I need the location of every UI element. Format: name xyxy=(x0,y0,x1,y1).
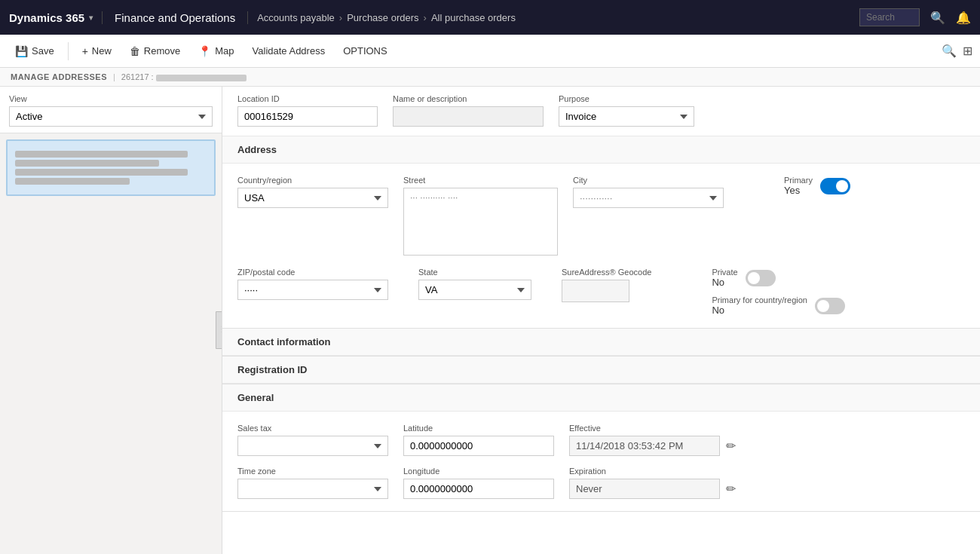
new-icon: + xyxy=(82,45,88,57)
remove-label: Remove xyxy=(144,45,180,57)
street-textarea[interactable]: ··· ·········· ···· xyxy=(403,188,558,256)
view-section: View Active All Inactive xyxy=(0,87,222,133)
primary-country-toggle-switch[interactable] xyxy=(815,298,845,314)
content-area: Location ID Name or description Purpose … xyxy=(222,87,980,554)
map-button[interactable]: 📍 Map xyxy=(191,41,241,62)
address-section: Address Country/region USA Street xyxy=(222,136,980,329)
general-section-content: Sales tax Latitude Effective ✏ xyxy=(222,412,980,511)
address-section-title: Address xyxy=(237,144,277,155)
toolbar-settings-icon[interactable]: ⊞ xyxy=(963,44,972,58)
location-id-field: Location ID xyxy=(237,94,378,127)
address-section-header[interactable]: Address xyxy=(222,136,980,164)
general-section-title: General xyxy=(237,392,274,403)
breadcrumb-sep-1: › xyxy=(339,12,342,23)
street-field: Street ··· ·········· ···· xyxy=(403,176,558,256)
nav-search-icon[interactable]: 🔍 xyxy=(930,11,945,25)
name-description-field: Name or description xyxy=(393,94,544,127)
address-line-3 xyxy=(15,169,188,176)
location-id-label: Location ID xyxy=(237,94,378,103)
options-button[interactable]: OPTIONS xyxy=(335,41,395,61)
breadcrumb-item-3[interactable]: All purchase orders xyxy=(431,12,516,23)
toolbar-search-icon[interactable]: 🔍 xyxy=(942,44,957,58)
sidebar-collapse-handle[interactable]: ⋮ xyxy=(216,311,222,349)
manage-header-sep: | xyxy=(113,72,115,81)
address-line-2 xyxy=(15,160,159,167)
new-label: New xyxy=(92,45,112,57)
general-row-1: Sales tax Latitude Effective ✏ xyxy=(237,424,965,456)
view-select[interactable]: Active All Inactive xyxy=(9,106,213,127)
general-section-header[interactable]: General xyxy=(222,384,980,412)
primary-country-toggle-value: No xyxy=(712,305,807,316)
city-input[interactable] xyxy=(573,188,724,208)
breadcrumb-item-2[interactable]: Purchase orders xyxy=(347,12,418,23)
general-row-2: Time zone Longitude Expiration ✏ xyxy=(237,467,965,499)
save-icon: 💾 xyxy=(15,45,28,57)
primary-toggle-value: Yes xyxy=(784,185,813,196)
save-label: Save xyxy=(32,45,54,57)
geocode-box xyxy=(562,280,629,302)
remove-icon: 🗑 xyxy=(130,45,140,57)
primary-toggle-switch[interactable] xyxy=(820,178,850,194)
nav-search-input[interactable] xyxy=(859,8,920,26)
address-card-text xyxy=(15,151,207,185)
effective-date-row: ✏ xyxy=(569,436,739,456)
contact-information-section: Contact information xyxy=(222,329,980,357)
country-region-select[interactable]: USA xyxy=(237,188,388,208)
state-field: State VA xyxy=(418,268,531,300)
expiration-input[interactable] xyxy=(569,479,720,499)
new-button[interactable]: + New xyxy=(75,41,119,62)
country-region-field: Country/region USA xyxy=(237,176,388,208)
effective-input[interactable] xyxy=(569,436,720,456)
private-toggle-row: Private No xyxy=(712,268,845,288)
save-button[interactable]: 💾 Save xyxy=(8,41,62,62)
map-icon: 📍 xyxy=(198,45,211,57)
brand-logo[interactable]: Dynamics 365 ▾ xyxy=(9,11,103,24)
purpose-label: Purpose xyxy=(559,94,694,103)
effective-label: Effective xyxy=(569,424,739,433)
breadcrumb-item-1[interactable]: Accounts payable xyxy=(257,12,335,23)
state-select[interactable]: VA xyxy=(418,280,531,300)
address-card-1[interactable] xyxy=(6,139,216,196)
registration-id-title: Registration ID xyxy=(237,364,307,375)
primary-toggle-group: Primary Yes xyxy=(769,176,850,196)
longitude-field: Longitude xyxy=(403,467,554,499)
expiration-edit-icon[interactable]: ✏ xyxy=(723,479,739,499)
time-zone-select[interactable] xyxy=(237,479,388,499)
longitude-input[interactable] xyxy=(403,479,554,499)
breadcrumb: Accounts payable › Purchase orders › All… xyxy=(248,12,516,23)
name-description-input[interactable] xyxy=(393,106,544,127)
time-zone-label: Time zone xyxy=(237,467,388,476)
validate-address-button[interactable]: Validate Address xyxy=(245,41,333,61)
expiration-date-row: ✏ xyxy=(569,479,739,499)
options-label: OPTIONS xyxy=(343,45,387,57)
remove-button[interactable]: 🗑 Remove xyxy=(122,41,188,62)
contact-information-header[interactable]: Contact information xyxy=(222,329,980,356)
primary-toggle-title: Primary xyxy=(784,176,813,185)
primary-country-slider xyxy=(815,298,845,314)
sales-tax-label: Sales tax xyxy=(237,424,388,433)
brand-chevron[interactable]: ▾ xyxy=(89,14,93,22)
effective-edit-icon[interactable]: ✏ xyxy=(723,436,739,456)
purpose-select[interactable]: Invoice Delivery Payment Other xyxy=(559,106,694,127)
nav-right-actions: 🔍 🔔 xyxy=(859,8,971,26)
primary-slider xyxy=(820,178,850,194)
brand-name: Dynamics 365 xyxy=(9,11,84,24)
secondary-toggles: Private No Primary for count xyxy=(697,268,845,316)
private-label-group: Private No xyxy=(712,268,737,288)
registration-id-header[interactable]: Registration ID xyxy=(222,357,980,384)
manage-addresses-header: MANAGE ADDRESSES | 261217 : xyxy=(0,68,980,87)
toolbar: 💾 Save + New 🗑 Remove 📍 Map Validate Add… xyxy=(0,35,980,68)
primary-country-toggle-row: Primary for country/region No xyxy=(712,295,845,316)
private-toggle-switch[interactable] xyxy=(746,270,776,286)
top-navigation: Dynamics 365 ▾ Finance and Operations Ac… xyxy=(0,0,980,35)
latitude-field: Latitude xyxy=(403,424,554,456)
latitude-label: Latitude xyxy=(403,424,554,433)
location-id-input[interactable] xyxy=(237,106,378,127)
state-label: State xyxy=(418,268,531,277)
time-zone-field: Time zone xyxy=(237,467,388,499)
zip-postal-select[interactable]: ····· xyxy=(237,280,388,300)
sidebar: View Active All Inactive ⋮ xyxy=(0,87,222,554)
nav-notification-icon[interactable]: 🔔 xyxy=(956,11,971,25)
sales-tax-select[interactable] xyxy=(237,436,388,456)
latitude-input[interactable] xyxy=(403,436,554,456)
